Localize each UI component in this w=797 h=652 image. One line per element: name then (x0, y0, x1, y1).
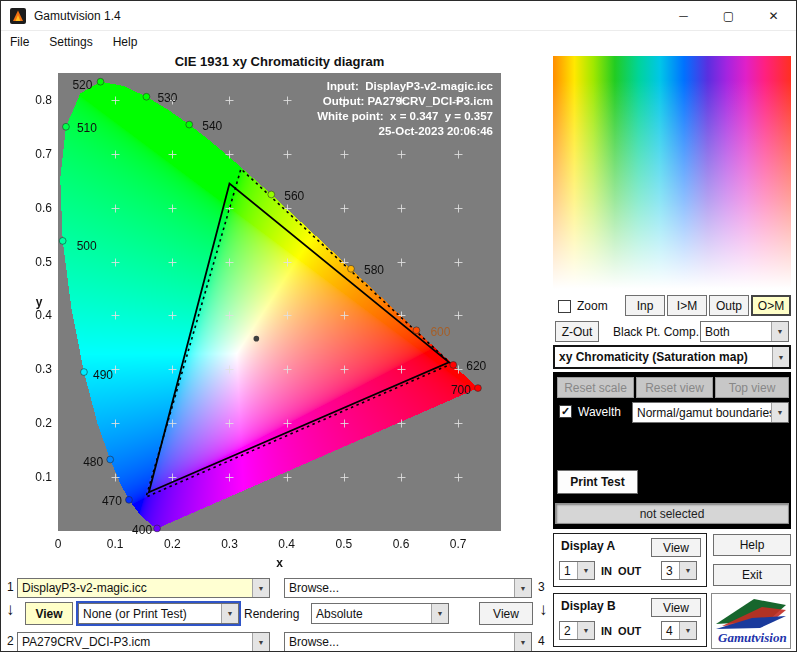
black-point-comp-select[interactable]: Both ▼ (700, 321, 789, 342)
display-a-in-select[interactable]: 1 ▼ (559, 561, 595, 580)
dropdown-arrow-icon: ▼ (577, 622, 594, 639)
dropdown-arrow-icon: ▼ (679, 622, 696, 639)
saturation-map-preview (553, 56, 791, 296)
view-right-button[interactable]: View (479, 602, 533, 625)
display-a-title: Display A (561, 539, 615, 553)
dropdown-arrow-icon: ▼ (252, 633, 269, 651)
display-b-title: Display B (561, 599, 616, 613)
top-view-button[interactable]: Top view (715, 377, 789, 398)
selection-status: not selected (555, 503, 789, 524)
rendering-label: Rendering (244, 607, 299, 621)
dropdown-arrow-icon: ▼ (514, 579, 531, 597)
display-a-group: Display A View 1 ▼ IN OUT 3 ▼ (553, 533, 707, 587)
wavelength-label: Wavelth (578, 405, 621, 419)
combo-value: xy Chromaticity (Saturation map) (555, 347, 772, 367)
inp-button[interactable]: Inp (625, 295, 665, 316)
display-b-group: Display B View 2 ▼ IN OUT 4 ▼ (553, 593, 707, 647)
cie-chromaticity-diagram[interactable] (26, 71, 546, 569)
display-a-view-button[interactable]: View (651, 538, 701, 557)
reset-scale-button[interactable]: Reset scale (557, 377, 634, 398)
close-button[interactable]: ✕ (751, 1, 796, 30)
slot1-number: 1 (7, 580, 14, 594)
display-b-out-select[interactable]: 4 ▼ (661, 621, 697, 640)
zoom-out-button[interactable]: Z-Out (555, 321, 599, 342)
menu-settings[interactable]: Settings (49, 35, 92, 49)
slot3-number: 3 (538, 580, 545, 594)
reset-view-button[interactable]: Reset view (636, 377, 713, 398)
dropdown-arrow-icon: ▼ (577, 562, 594, 579)
slot2-number: 2 (7, 634, 14, 648)
zoom-checkbox[interactable] (558, 300, 571, 313)
app-icon (10, 8, 26, 24)
outp-button[interactable]: Outp (709, 295, 749, 316)
dropdown-arrow-icon: ▼ (772, 347, 789, 367)
combo-value: 4 (662, 622, 679, 639)
window-controls: ─ ▢ ✕ (661, 1, 796, 30)
display-a-out-select[interactable]: 3 ▼ (661, 561, 697, 580)
flow-down-arrow-icon-right: ↓ (539, 601, 548, 618)
combo-value: 1 (560, 562, 577, 579)
titlebar: Gamutvision 1.4 ─ ▢ ✕ (1, 1, 796, 31)
dropdown-arrow-icon: ▼ (771, 322, 788, 341)
view-mode-select[interactable]: xy Chromaticity (Saturation map) ▼ (553, 345, 791, 369)
rendering-intent-select[interactable]: Absolute ▼ (311, 603, 449, 624)
gamutvision-logo: Gamutvision (711, 593, 791, 649)
app-window: Gamutvision 1.4 ─ ▢ ✕ File Settings Help… (0, 0, 797, 652)
maximize-button[interactable]: ▢ (706, 1, 751, 30)
dropdown-arrow-icon: ▼ (221, 604, 238, 623)
dropdown-arrow-icon: ▼ (771, 403, 788, 422)
combo-value: None (or Print Test) (79, 604, 221, 623)
display-b-inout-label: IN OUT (601, 625, 641, 637)
browse-output-combo[interactable]: Browse... ▼ (284, 632, 532, 652)
combo-value: DisplayP3-v2-magic.icc (18, 579, 252, 597)
logo-text-svg: Gamutvision (718, 630, 787, 645)
check-icon: ✓ (561, 406, 570, 417)
test-pattern-select[interactable]: None (or Print Test) ▼ (78, 603, 239, 624)
chart-title: CIE 1931 xy Chromaticity diagram (58, 54, 501, 69)
display-a-inout-label: IN OUT (601, 565, 641, 577)
window-title: Gamutvision 1.4 (34, 9, 121, 23)
combo-value: Browse... (285, 579, 514, 597)
display-b-in-select[interactable]: 2 ▼ (559, 621, 595, 640)
exit-button[interactable]: Exit (713, 564, 791, 586)
output-profile-combo[interactable]: PA279CRV_DCI-P3.icm ▼ (17, 632, 270, 652)
dropdown-arrow-icon: ▼ (514, 633, 531, 651)
minimize-button[interactable]: ─ (661, 1, 706, 30)
dropdown-arrow-icon: ▼ (679, 562, 696, 579)
output-to-monitor-button[interactable]: O>M (751, 295, 791, 316)
input-profile-combo[interactable]: DisplayP3-v2-magic.icc ▼ (17, 578, 270, 598)
flow-down-arrow-icon-left: ↓ (6, 601, 15, 618)
combo-value: Both (701, 322, 771, 341)
wavelength-checkbox[interactable]: ✓ (559, 405, 572, 418)
gamut-boundaries-select[interactable]: Normal/gamut boundaries ▼ (632, 402, 789, 423)
black-point-comp-label: Black Pt. Comp. (613, 325, 699, 339)
dropdown-arrow-icon: ▼ (431, 604, 448, 623)
help-button[interactable]: Help (713, 534, 791, 556)
display-b-view-button[interactable]: View (651, 598, 701, 617)
combo-value: 2 (560, 622, 577, 639)
menu-help[interactable]: Help (113, 35, 138, 49)
print-test-button[interactable]: Print Test (557, 470, 638, 494)
combo-value: 3 (662, 562, 679, 579)
combo-value: Absolute (312, 604, 431, 623)
dropdown-arrow-icon: ▼ (252, 579, 269, 597)
browse-input-combo[interactable]: Browse... ▼ (284, 578, 532, 598)
input-to-monitor-button[interactable]: I>M (667, 295, 707, 316)
view-left-button[interactable]: View (25, 602, 73, 625)
combo-value: Browse... (285, 633, 514, 651)
zoom-label: Zoom (577, 299, 608, 313)
menu-file[interactable]: File (10, 35, 29, 49)
menubar: File Settings Help (1, 31, 796, 53)
combo-value: Normal/gamut boundaries (633, 403, 771, 422)
slot4-number: 4 (538, 634, 545, 648)
combo-value: PA279CRV_DCI-P3.icm (18, 633, 252, 651)
